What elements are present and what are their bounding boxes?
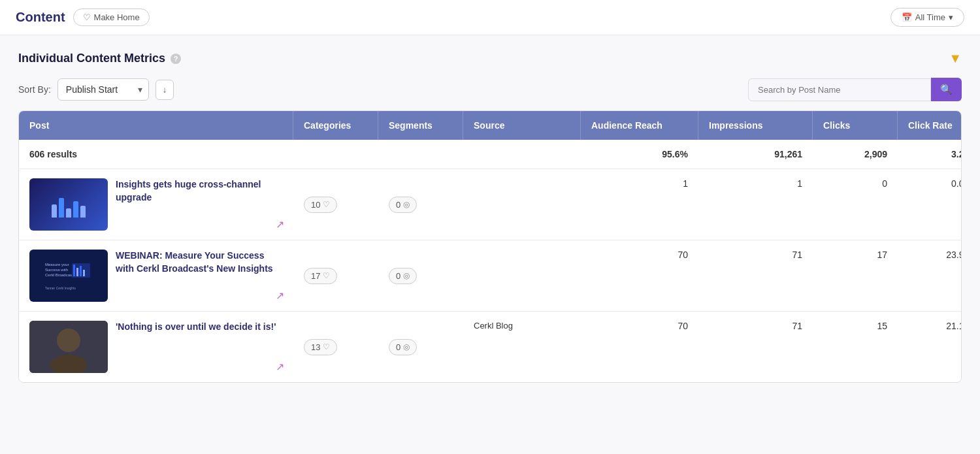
categories-pill-3: 13 ♡	[304, 339, 337, 355]
audience-reach-cell-3: 70	[581, 312, 698, 382]
header-audience-reach: Audience Reach	[581, 111, 698, 140]
post-title-1: Insights gets huge cross-channel upgrade	[116, 178, 283, 204]
source-cell-3: Cerkl Blog	[463, 312, 581, 382]
post-info-2: WEBINAR: Measure Your Success with Cerkl…	[116, 250, 283, 275]
person-thumbnail-graphic	[29, 321, 108, 373]
search-group: 🔍	[748, 78, 962, 101]
post-cell-2: Measure your Success with Cerkl Broadcas…	[19, 240, 293, 311]
header-impressions: Impressions	[698, 111, 813, 140]
app-title: Content	[16, 10, 65, 25]
sort-direction-button[interactable]: ↓	[155, 80, 174, 100]
target-icon: ◎	[403, 271, 410, 280]
sort-by-group: Sort By: Publish Start ↓	[18, 78, 174, 101]
audience-reach-cell-1: 1	[581, 169, 698, 240]
categories-pill-2: 17 ♡	[304, 268, 337, 284]
click-rate-cell-2: 23.9%	[898, 240, 962, 311]
post-cell-1: Insights gets huge cross-channel upgrade…	[19, 169, 293, 240]
webinar-thumbnail-graphic: Measure your Success with Cerkl Broadcas…	[42, 258, 95, 294]
impressions-cell-2: 71	[698, 240, 813, 311]
segments-pill-1: 0 ◎	[389, 197, 417, 213]
external-link-icon-1[interactable]: ↗	[276, 218, 284, 231]
top-bar-left: Content ♡ Make Home	[16, 8, 150, 26]
summary-categories	[293, 140, 378, 169]
external-link-icon-3[interactable]: ↗	[276, 361, 284, 373]
table-row: Insights gets huge cross-channel upgrade…	[19, 169, 961, 240]
bar	[73, 201, 78, 218]
post-thumbnail-3	[29, 321, 108, 373]
impressions-cell-1: 1	[698, 169, 813, 240]
header-clicks: Clicks	[813, 111, 898, 140]
source-cell-1	[463, 169, 581, 240]
svg-rect-7	[80, 266, 82, 276]
section-header: Individual Content Metrics ? ▼	[18, 51, 962, 66]
segments-pill-2: 0 ◎	[389, 268, 417, 284]
svg-rect-5	[73, 265, 75, 276]
summary-segments	[378, 140, 463, 169]
summary-impressions: 91,261	[698, 140, 813, 169]
header-click-rate: Click Rate	[898, 111, 962, 140]
bar	[66, 208, 71, 218]
audience-reach-cell-2: 70	[581, 240, 698, 311]
sort-by-label: Sort By:	[18, 84, 51, 95]
header-segments: Segments	[378, 111, 463, 140]
summary-audience-reach: 95.6%	[581, 140, 698, 169]
segments-cell-2: 0 ◎	[378, 240, 463, 311]
svg-point-11	[57, 329, 80, 352]
summary-source	[463, 140, 581, 169]
section-title: Individual Content Metrics ?	[18, 52, 181, 65]
categories-cell-2: 17 ♡	[293, 240, 378, 311]
header-source: Source	[463, 111, 581, 140]
table-row: 'Nothing is over until we decide it is!'…	[19, 312, 961, 382]
summary-click-rate: 3.2%	[898, 140, 962, 169]
click-rate-cell-1: 0.0%	[898, 169, 962, 240]
all-time-button[interactable]: 📅 All Time ▾	[890, 8, 964, 27]
categories-pill-1: 10 ♡	[304, 197, 337, 213]
chart-bars	[52, 191, 86, 218]
external-link-icon-2[interactable]: ↗	[276, 289, 284, 302]
svg-text:Success with: Success with	[45, 268, 68, 272]
sort-select[interactable]: Publish Start	[57, 78, 149, 101]
search-button[interactable]: 🔍	[931, 78, 962, 101]
segments-cell-3: 0 ◎	[378, 312, 463, 382]
summary-results: 606 results	[19, 140, 293, 169]
summary-clicks: 2,909	[813, 140, 898, 169]
chevron-down-icon: ▾	[949, 12, 953, 22]
calendar-icon: 📅	[902, 12, 912, 22]
post-title-2: WEBINAR: Measure Your Success with Cerkl…	[116, 250, 283, 275]
heart-icon: ♡	[83, 12, 91, 22]
post-info-3: 'Nothing is over until we decide it is!'	[116, 321, 283, 334]
header-post: Post	[19, 111, 293, 140]
svg-rect-6	[76, 268, 78, 276]
help-icon[interactable]: ?	[171, 54, 181, 64]
sort-dropdown-wrapper: Publish Start	[57, 78, 149, 101]
source-cell-2	[463, 240, 581, 311]
segments-cell-1: 0 ◎	[378, 169, 463, 240]
bar	[59, 198, 64, 218]
header-categories: Categories	[293, 111, 378, 140]
main-content: Individual Content Metrics ? ▼ Sort By: …	[0, 35, 980, 398]
categories-cell-1: 10 ♡	[293, 169, 378, 240]
clicks-cell-1: 0	[813, 169, 898, 240]
post-thumbnail-1	[29, 178, 108, 231]
data-table: Post Categories Segments Source Audience…	[18, 110, 962, 383]
clicks-cell-2: 17	[813, 240, 898, 311]
table-header: Post Categories Segments Source Audience…	[19, 111, 961, 140]
controls-row: Sort By: Publish Start ↓ 🔍	[18, 78, 962, 101]
summary-row: 606 results 95.6% 91,261 2,909 3.2%	[19, 140, 961, 169]
impressions-cell-3: 71	[698, 312, 813, 382]
top-bar: Content ♡ Make Home 📅 All Time ▾	[0, 0, 980, 35]
target-icon: ◎	[403, 200, 410, 209]
search-icon: 🔍	[940, 84, 953, 95]
heart-icon: ♡	[323, 200, 330, 209]
segments-pill-3: 0 ◎	[389, 339, 417, 355]
click-rate-cell-3: 21.1%	[898, 312, 962, 382]
svg-text:Measure your: Measure your	[45, 263, 69, 267]
table-row: Measure your Success with Cerkl Broadcas…	[19, 240, 961, 312]
bar	[80, 206, 86, 218]
categories-cell-3: 13 ♡	[293, 312, 378, 382]
filter-icon[interactable]: ▼	[949, 51, 962, 66]
heart-icon: ♡	[323, 342, 330, 351]
make-home-button[interactable]: ♡ Make Home	[73, 8, 150, 26]
search-input[interactable]	[748, 78, 931, 101]
post-title-3: 'Nothing is over until we decide it is!'	[116, 321, 283, 334]
